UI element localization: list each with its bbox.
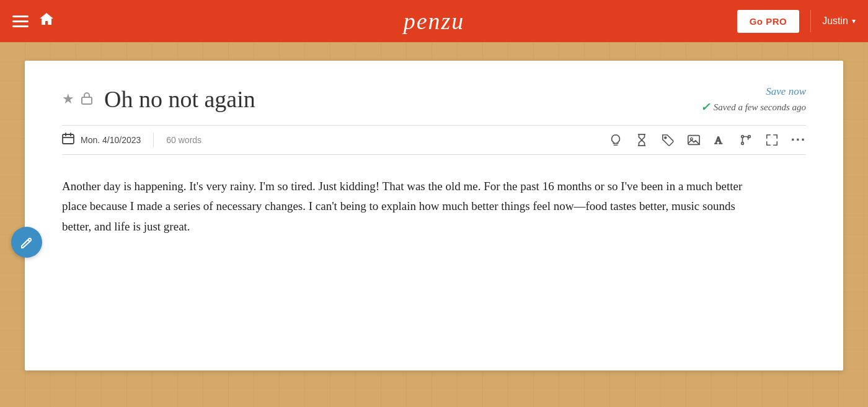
- star-icon[interactable]: ★: [62, 91, 74, 107]
- go-pro-button[interactable]: Go PRO: [737, 10, 800, 33]
- word-count: 60 words: [154, 135, 608, 145]
- hamburger-menu-button[interactable]: [12, 15, 29, 27]
- checkmark-icon: ✓: [701, 100, 710, 114]
- header: penzu Go PRO Justin ▾: [0, 0, 868, 42]
- branch-icon[interactable]: [739, 133, 753, 147]
- user-name: Justin: [822, 15, 848, 27]
- more-dots: ···: [791, 132, 806, 148]
- calendar-icon: [62, 133, 74, 147]
- more-options-icon[interactable]: ···: [791, 132, 806, 148]
- svg-text:A: A: [714, 134, 722, 146]
- toolbar-date: Mon. 4/10/2023: [62, 133, 154, 147]
- journal-title: Oh no not again: [104, 85, 255, 113]
- font-icon[interactable]: A: [713, 133, 727, 147]
- user-menu[interactable]: Justin ▾: [822, 15, 856, 27]
- hourglass-icon[interactable]: [635, 133, 649, 147]
- saved-status-text: Saved a few seconds ago: [714, 102, 806, 113]
- journal-body[interactable]: Another day is happening. It's very rain…: [62, 177, 744, 237]
- user-menu-caret: ▾: [852, 17, 856, 25]
- header-left: [12, 12, 55, 30]
- app-logo[interactable]: penzu: [404, 7, 465, 35]
- title-row: ★ Oh no not again Save now ✓ Saved a few…: [62, 85, 806, 113]
- header-divider: [810, 10, 811, 32]
- image-icon[interactable]: [687, 133, 701, 147]
- saved-status: ✓ Saved a few seconds ago: [701, 100, 806, 114]
- lock-icon[interactable]: [81, 91, 93, 108]
- main-content: ★ Oh no not again Save now ✓ Saved a few…: [0, 42, 868, 389]
- svg-point-2: [665, 137, 666, 139]
- home-button[interactable]: [38, 12, 55, 30]
- save-now-link[interactable]: Save now: [701, 85, 806, 98]
- svg-rect-1: [63, 134, 74, 144]
- entry-date: Mon. 4/10/2023: [81, 135, 141, 145]
- edit-button[interactable]: [11, 227, 42, 258]
- lightbulb-icon[interactable]: [609, 133, 622, 147]
- toolbar: Mon. 4/10/2023 60 words: [62, 125, 806, 155]
- save-area: Save now ✓ Saved a few seconds ago: [701, 85, 806, 114]
- toolbar-icons: A: [609, 132, 806, 148]
- journal-card: ★ Oh no not again Save now ✓ Saved a few…: [25, 61, 843, 370]
- svg-rect-0: [82, 97, 92, 104]
- header-right: Go PRO Justin ▾: [737, 10, 856, 33]
- tag-icon[interactable]: [661, 133, 675, 147]
- fullscreen-icon[interactable]: [765, 133, 779, 147]
